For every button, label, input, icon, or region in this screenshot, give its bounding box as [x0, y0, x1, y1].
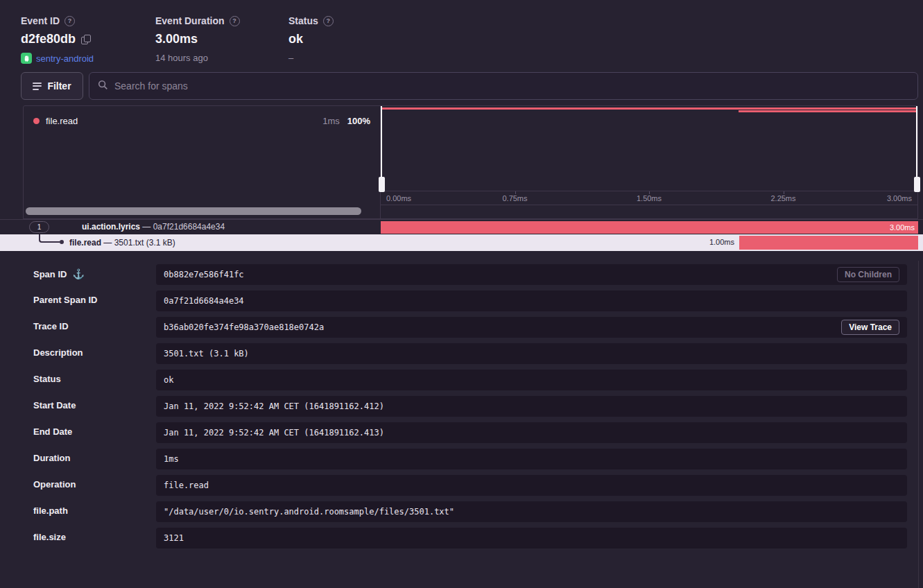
minimap-span-bar	[381, 107, 917, 110]
detail-value-box: 3501.txt (3.1 kB)	[156, 343, 907, 364]
detail-row-duration: Duration 1ms	[0, 449, 923, 475]
detail-label: Operation	[33, 479, 76, 490]
span-id-suffix: — 0a7f21d6684a4e34	[140, 222, 225, 232]
event-duration-value: 3.00ms	[155, 32, 198, 46]
event-age: 14 hours ago	[155, 53, 208, 63]
axis-tick: 2.25ms	[770, 194, 795, 202]
filter-button[interactable]: Filter	[21, 72, 83, 100]
view-trace-button[interactable]: View Trace	[841, 320, 899, 335]
detail-value: Jan 11, 2022 9:52:42 AM CET (1641891162.…	[164, 428, 384, 438]
status-label: Status	[288, 15, 318, 26]
tree-connector	[39, 234, 60, 243]
android-platform-icon	[21, 53, 32, 64]
detail-label: Parent Span ID	[33, 295, 97, 305]
detail-row-parent-span-id: Parent Span ID 0a7f21d6684a4e34	[0, 291, 923, 317]
search-icon	[98, 80, 108, 93]
event-id-label-row: Event ID	[21, 15, 155, 26]
detail-value-box: ok	[156, 370, 907, 390]
time-axis: 0.00ms 0.75ms 1.50ms 2.25ms 3.00ms	[381, 191, 917, 205]
detail-value-box: Jan 11, 2022 9:52:42 AM CET (1641891162.…	[156, 422, 907, 443]
span-operation: ui.action.lyrics	[82, 222, 140, 232]
event-id-label: Event ID	[21, 15, 60, 26]
horizontal-scrollbar[interactable]	[26, 207, 361, 215]
detail-value: Jan 11, 2022 9:52:42 AM CET (1641891162.…	[164, 401, 384, 411]
operation-name: file.read	[46, 116, 78, 126]
detail-value-box: 3121	[156, 528, 907, 548]
detail-value-box: Jan 11, 2022 9:52:42 AM CET (1641891162.…	[156, 396, 907, 417]
span-operation: file.read	[69, 238, 101, 248]
detail-row-operation: Operation file.read	[0, 475, 923, 501]
detail-value-box: file.read	[156, 475, 907, 496]
detail-value: ok	[164, 375, 173, 385]
detail-row-span-id: Span ID ⚓ 0b882e7e586f41fc No Children	[0, 264, 923, 291]
children-count-pill[interactable]: 1	[29, 221, 49, 233]
detail-value-box: "/data/user/0/io.sentry.android.roomsamp…	[156, 501, 907, 522]
help-icon[interactable]	[64, 16, 75, 26]
minimap-bars-area[interactable]	[381, 106, 917, 191]
detail-row-status: Status ok	[0, 370, 923, 396]
detail-row-file-size: file.size 3121	[0, 528, 923, 554]
detail-row-description: Description 3501.txt (3.1 kB)	[0, 343, 923, 370]
span-duration-bar[interactable]: 3.00ms	[381, 221, 918, 234]
event-id-value: d2fe80db	[21, 32, 76, 46]
axis-tick: 0.00ms	[386, 194, 411, 202]
axis-tick: 0.75ms	[502, 194, 527, 202]
span-duration-bar[interactable]	[739, 236, 918, 250]
span-row-parent[interactable]: 1 ui.action.lyrics — 0a7f21d6684a4e34 3.…	[0, 219, 923, 234]
event-header: Event ID d2fe80db sentry-android Event D…	[0, 0, 923, 64]
anchor-icon[interactable]: ⚓	[72, 268, 84, 279]
minimap-left-handle[interactable]	[381, 106, 382, 191]
minimap-span-bar	[739, 110, 917, 112]
minimap-timeline[interactable]: 0.00ms 0.75ms 1.50ms 2.25ms 3.00ms	[381, 106, 917, 218]
trace-minimap-panel: file.read 1ms 100% 0.00ms 0.75ms 1.50ms …	[23, 105, 918, 219]
minimap-right-handle[interactable]	[916, 106, 917, 191]
project-link[interactable]: sentry-android	[36, 53, 94, 64]
span-duration-label: 3.00ms	[890, 223, 915, 232]
detail-value: 1ms	[164, 454, 179, 464]
detail-value: 0a7f21d6684a4e34	[164, 296, 244, 306]
span-duration-label: 1.00ms	[709, 238, 734, 246]
detail-label: Start Date	[33, 400, 76, 410]
operations-breakdown: file.read 1ms 100%	[24, 106, 381, 218]
spans-toolbar: Filter	[21, 72, 918, 100]
no-children-badge: No Children	[837, 267, 899, 282]
panel-right-border	[918, 261, 919, 588]
help-icon[interactable]	[230, 16, 240, 26]
detail-row-file-path: file.path "/data/user/0/io.sentry.androi…	[0, 501, 923, 528]
detail-row-trace-id: Trace ID b36ab020fe374fe98a370ae818e0742…	[0, 317, 923, 343]
span-search	[89, 72, 918, 100]
detail-value: "/data/user/0/io.sentry.android.roomsamp…	[164, 507, 454, 517]
detail-label: file.path	[33, 505, 68, 516]
detail-value-box: 1ms	[156, 449, 907, 469]
detail-value-box: b36ab020fe374fe98a370ae818e0742a View Tr…	[156, 317, 907, 338]
copy-icon[interactable]	[81, 35, 91, 44]
detail-value-box: 0b882e7e586f41fc No Children	[156, 264, 907, 285]
filter-button-label: Filter	[47, 80, 71, 92]
span-details: Span ID ⚓ 0b882e7e586f41fc No Children P…	[0, 251, 923, 554]
detail-label: Trace ID	[33, 321, 69, 331]
filter-icon	[33, 83, 42, 90]
operation-color-dot	[33, 118, 40, 124]
detail-label: Duration	[33, 453, 70, 463]
detail-value: b36ab020fe374fe98a370ae818e0742a	[164, 322, 324, 332]
detail-value: 3501.txt (3.1 kB)	[164, 349, 249, 358]
status-value: ok	[288, 32, 303, 46]
detail-row-start-date: Start Date Jan 11, 2022 9:52:42 AM CET (…	[0, 396, 923, 422]
detail-label: End Date	[33, 426, 72, 437]
span-description-suffix: — 3501.txt (3.1 kB)	[101, 238, 175, 248]
operation-percent: 100%	[347, 116, 370, 126]
detail-value: file.read	[164, 481, 209, 490]
span-row-selected[interactable]: file.read — 3501.txt (3.1 kB) 1.00ms	[0, 234, 923, 251]
detail-value: 3121	[164, 533, 184, 543]
operation-duration: 1ms	[322, 116, 340, 126]
detail-label: Span ID	[33, 269, 67, 279]
axis-tick: 1.50ms	[637, 194, 662, 202]
detail-row-end-date: End Date Jan 11, 2022 9:52:42 AM CET (16…	[0, 422, 923, 449]
detail-value: 0b882e7e586f41fc	[164, 270, 244, 279]
help-icon[interactable]	[323, 16, 334, 26]
event-duration-label: Event Duration	[155, 15, 225, 26]
axis-tick: 3.00ms	[887, 194, 912, 202]
operation-legend-row[interactable]: file.read 1ms 100%	[24, 106, 380, 126]
detail-value-box: 0a7f21d6684a4e34	[156, 291, 907, 311]
search-input[interactable]	[114, 80, 909, 92]
